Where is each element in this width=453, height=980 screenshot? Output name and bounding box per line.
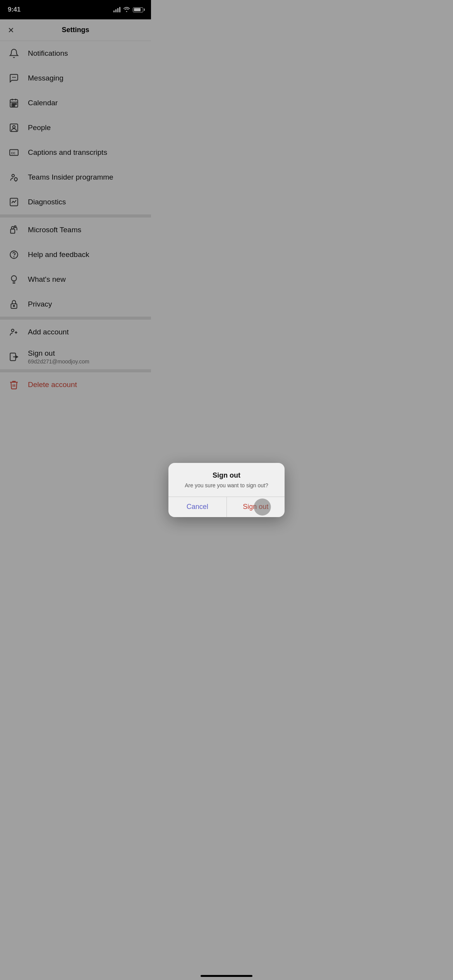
dialog-overlay: Sign out Are you sure you want to sign o… <box>0 0 151 397</box>
